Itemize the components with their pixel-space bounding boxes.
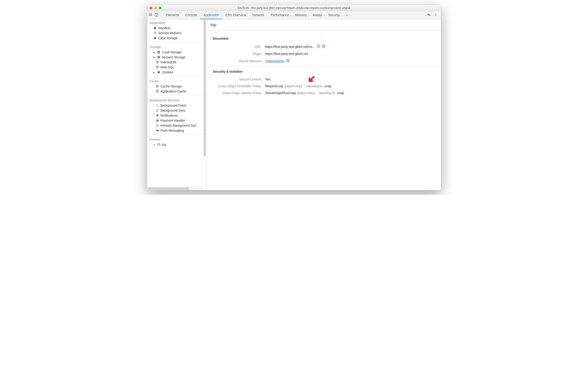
reveal-icon[interactable] [322, 44, 325, 49]
svg-rect-7 [157, 51, 159, 52]
sidebar-item-notifications[interactable]: Notifications [147, 113, 206, 118]
traffic-lights [147, 7, 162, 9]
sidebar-item-service-workers[interactable]: Service Workers [147, 31, 206, 36]
sidebar-item-app-cache[interactable]: Application Cache [147, 89, 206, 94]
svg-rect-12 [159, 56, 160, 57]
svg-point-21 [156, 85, 158, 86]
sidebar-item-indexeddb[interactable]: IndexedDB [147, 60, 206, 65]
sidebar-item-bg-fetch[interactable]: Background Fetch [147, 103, 206, 108]
window-title: DevTools - first-party-test.glitch.me/co… [147, 6, 441, 10]
sidebar-item-label: Background Sync [161, 109, 186, 112]
updown-icon [156, 104, 159, 107]
sidebar-item-label: Payment Handler [161, 119, 185, 122]
database-icon [156, 85, 159, 88]
cookie-icon [157, 70, 161, 74]
svg-rect-26 [157, 144, 160, 145]
svg-point-22 [156, 90, 158, 91]
expander-icon[interactable]: ▶ [153, 51, 156, 54]
expander-icon[interactable]: ▶ [153, 71, 156, 74]
sidebar-section-background: Background Services [147, 97, 206, 103]
element-icon[interactable] [286, 59, 290, 63]
tab-console[interactable]: Console [182, 11, 200, 19]
expander-icon[interactable]: ▼ [153, 144, 156, 146]
sidebar: Application Manifest Service Workers Cle… [147, 19, 207, 190]
copy-icon[interactable] [317, 44, 320, 49]
tab-performance[interactable]: Performance [267, 11, 292, 19]
zoom-window[interactable] [159, 7, 162, 9]
svg-point-3 [435, 13, 436, 14]
grid-icon [157, 50, 161, 54]
origin-row: Origin https://first-party-test.glitch.m… [213, 52, 435, 56]
svg-rect-24 [156, 120, 159, 121]
coop-report-only: (report-only) [297, 91, 315, 95]
bell-icon [156, 114, 159, 117]
secure-context-row: Secure Context Yes [213, 77, 435, 81]
svg-point-15 [156, 61, 158, 62]
sidebar-section-cache: Cache [147, 78, 206, 84]
panel-tabs: Elements Console Application CSS Overvie… [163, 11, 427, 19]
svg-point-4 [435, 15, 436, 15]
titlebar: DevTools - first-party-test.glitch.me/co… [147, 5, 441, 11]
sidebar-item-label: Periodic Background Syn [161, 124, 196, 127]
owner-link[interactable]: <#document> [265, 59, 285, 63]
sidebar-item-label: Application Cache [161, 89, 186, 93]
grid-icon [157, 55, 161, 59]
coop-label: Cross-Origin Opener Policy [213, 91, 265, 95]
coep-endpoint: coep [325, 84, 331, 88]
settings-icon[interactable] [427, 13, 431, 17]
cloud-icon [156, 129, 159, 132]
svg-rect-9 [157, 52, 159, 54]
coep-label: Cross-Origin Embedder Policy [213, 84, 265, 88]
coep-value: RequireCorp [265, 84, 283, 88]
sidebar-item-session-storage[interactable]: ▶Session Storage [147, 55, 206, 60]
coep-reporting-label: reporting to: [306, 84, 323, 88]
tab-security[interactable]: Security [325, 11, 343, 19]
sidebar-item-periodic-sync[interactable]: Periodic Background Syn [147, 123, 206, 128]
sidebar-section-frames: Frames [147, 136, 206, 142]
tab-memory[interactable]: Memory [292, 11, 310, 19]
database-icon [156, 65, 159, 69]
tab-more[interactable]: » [343, 11, 351, 19]
tab-media[interactable]: Media [310, 11, 325, 19]
sidebar-item-label: Session Storage [162, 55, 185, 59]
sidebar-item-cookies[interactable]: ▶Cookies [147, 70, 206, 75]
sidebar-item-label: Service Workers [158, 31, 182, 35]
svg-rect-2 [155, 14, 157, 16]
sidebar-item-bg-sync[interactable]: Background Sync [147, 108, 206, 113]
sidebar-item-manifest[interactable]: Manifest [147, 25, 206, 31]
sidebar-item-clear-storage[interactable]: Clear storage [147, 36, 206, 41]
device-toggle-icon[interactable] [155, 13, 159, 18]
main-panel: top Document URL https://first-party-tes… [207, 19, 441, 190]
secure-label: Secure Context [213, 77, 265, 81]
gear-icon [153, 31, 157, 35]
sidebar-item-local-storage[interactable]: ▶Local Storage [147, 50, 206, 55]
tab-elements[interactable]: Elements [163, 11, 182, 19]
sidebar-scrollbar[interactable] [204, 20, 206, 156]
tab-application[interactable]: Application [200, 11, 222, 19]
sidebar-item-label: IndexedDB [161, 60, 176, 64]
svg-rect-8 [159, 51, 160, 52]
tab-network[interactable]: Network [249, 11, 267, 19]
minimize-window[interactable] [154, 7, 157, 9]
sidebar-item-cache-storage[interactable]: Cache Storage [147, 84, 206, 89]
trash-icon [153, 36, 157, 40]
sidebar-item-frame-top[interactable]: ▼top [147, 142, 206, 147]
coop-value: SameOriginPlusCoep [265, 91, 296, 95]
close-window[interactable] [150, 7, 152, 9]
svg-point-18 [158, 71, 159, 72]
expander-icon[interactable]: ▶ [153, 56, 156, 59]
annotation-arrow-icon [306, 76, 315, 85]
kebab-icon[interactable] [434, 13, 438, 17]
sidebar-item-websql[interactable]: Web SQL [147, 65, 206, 70]
sidebar-section-storage: Storage [147, 43, 206, 50]
sidebar-item-payment[interactable]: Payment Handler [147, 118, 206, 123]
sidebar-item-push[interactable]: Push Messaging [147, 128, 206, 133]
card-icon [156, 119, 159, 122]
coop-row: Cross-Origin Opener Policy SameOriginPlu… [213, 91, 435, 95]
inspect-icon[interactable] [149, 13, 153, 18]
sidebar-h-scrollbar[interactable] [147, 187, 203, 190]
clock-icon [156, 124, 159, 127]
svg-point-16 [156, 66, 158, 67]
sidebar-item-label: top [162, 143, 166, 147]
tab-css-overview[interactable]: CSS Overview [222, 11, 249, 19]
